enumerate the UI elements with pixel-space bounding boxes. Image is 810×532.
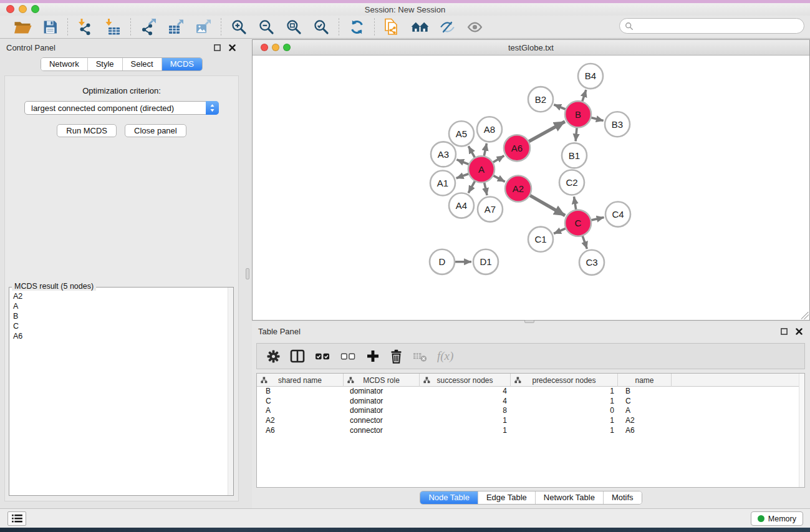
table-cell[interactable]: 1	[511, 387, 618, 397]
node-D[interactable]: D	[430, 249, 455, 274]
tab-network-table[interactable]: Network Table	[535, 491, 603, 504]
table-row[interactable]: A6connector11A6	[257, 426, 804, 436]
node-A1[interactable]: A1	[430, 170, 455, 195]
column-header-predecessor-nodes[interactable]: predecessor nodes	[511, 374, 618, 387]
refresh-view-button[interactable]	[345, 17, 368, 36]
table-cell[interactable]: dominator	[344, 406, 420, 416]
splitter-handle[interactable]	[524, 320, 534, 323]
node-A5[interactable]: A5	[449, 121, 474, 146]
zoom-fit-button[interactable]	[282, 17, 305, 36]
tab-edge-table[interactable]: Edge Table	[478, 491, 535, 504]
tab-mcds[interactable]: MCDS	[162, 58, 202, 70]
table-row[interactable]: Cdominator41C	[257, 397, 804, 407]
node-A2[interactable]: A2	[505, 175, 531, 201]
table-cell[interactable]: 8	[420, 406, 511, 416]
export-table-button[interactable]	[165, 17, 187, 36]
node-A3[interactable]: A3	[431, 142, 456, 167]
panel-splitter-horizontal[interactable]	[252, 321, 810, 322]
tab-network[interactable]: Network	[41, 58, 87, 70]
float-panel-button[interactable]	[212, 44, 222, 52]
task-history-button[interactable]	[7, 511, 26, 526]
table-scrollbar[interactable]	[799, 374, 804, 487]
result-list-item[interactable]: B	[10, 311, 233, 321]
table-cell[interactable]: dominator	[344, 397, 420, 407]
table-cell[interactable]: 1	[420, 416, 511, 426]
table-cell[interactable]: dominator	[344, 387, 420, 397]
float-panel-button[interactable]	[779, 327, 789, 336]
result-list-item[interactable]: C	[10, 321, 233, 331]
hide-selected-button[interactable]	[436, 17, 458, 36]
column-header-name[interactable]: name	[618, 374, 672, 387]
node-C4[interactable]: C4	[605, 202, 630, 227]
node-B[interactable]: B	[565, 101, 591, 127]
table-cell[interactable]: C	[257, 397, 344, 407]
table-row[interactable]: Bdominator41B	[257, 387, 804, 397]
export-network-button[interactable]	[137, 17, 160, 36]
table-cell[interactable]: A2	[257, 416, 344, 426]
memory-button[interactable]: Memory	[751, 511, 803, 526]
tab-node-table[interactable]: Node Table	[420, 491, 478, 504]
import-network-button[interactable]	[74, 17, 97, 36]
table-cell[interactable]: 0	[511, 406, 618, 416]
tab-style[interactable]: Style	[87, 58, 122, 70]
clone-network-button[interactable]	[381, 17, 403, 36]
node-A8[interactable]: A8	[477, 117, 502, 142]
column-header-mcds-role[interactable]: MCDS role	[344, 374, 420, 387]
close-panel-button[interactable]	[794, 327, 804, 336]
result-list-item[interactable]: A6	[10, 331, 233, 341]
result-list-item[interactable]: A2	[10, 291, 233, 301]
table-cell[interactable]: 1	[511, 397, 618, 407]
tab-select[interactable]: Select	[122, 58, 162, 70]
node-C3[interactable]: C3	[579, 250, 604, 275]
zoom-in-button[interactable]	[228, 17, 250, 36]
node-A4[interactable]: A4	[449, 193, 474, 218]
close-panel-action-button[interactable]: Close panel	[125, 124, 186, 137]
node-C1[interactable]: C1	[528, 227, 553, 252]
result-list-item[interactable]: A	[10, 301, 233, 311]
export-image-button[interactable]	[192, 17, 215, 36]
network-canvas[interactable]: B4B2BB3A5A8A6B1A3AC2A1A2A4A7C4CC1C3DD1	[253, 56, 809, 320]
table-cell[interactable]: A2	[618, 416, 672, 426]
search-input[interactable]	[637, 20, 804, 32]
save-session-button[interactable]	[39, 17, 61, 36]
delete-column-button[interactable]	[390, 349, 403, 364]
table-cell[interactable]: 1	[511, 426, 618, 436]
search-box[interactable]	[619, 18, 804, 34]
table-cell[interactable]: B	[257, 387, 344, 397]
panel-splitter-vertical[interactable]	[243, 39, 252, 508]
open-file-button[interactable]	[11, 17, 34, 36]
splitter-handle[interactable]	[246, 268, 249, 279]
node-B1[interactable]: B1	[562, 143, 587, 168]
node-C[interactable]: C	[565, 210, 591, 236]
table-cell[interactable]: C	[618, 397, 672, 407]
table-cell[interactable]: 1	[420, 426, 511, 436]
split-column-button[interactable]	[290, 349, 305, 363]
node-B3[interactable]: B3	[605, 112, 630, 137]
table-cell[interactable]: A	[257, 406, 344, 416]
table-row[interactable]: Adominator80A	[257, 406, 804, 416]
table-cell[interactable]: A	[618, 406, 672, 416]
window-resize-grip[interactable]	[801, 312, 809, 319]
table-cell[interactable]: A6	[257, 426, 344, 436]
node-B2[interactable]: B2	[528, 87, 553, 112]
tab-motifs[interactable]: Motifs	[603, 491, 642, 504]
deselect-all-button[interactable]	[340, 350, 356, 363]
table-cell[interactable]: 4	[420, 387, 511, 397]
column-header-shared-name[interactable]: shared name	[257, 374, 344, 387]
zoom-selected-button[interactable]	[310, 17, 332, 36]
node-D1[interactable]: D1	[473, 249, 498, 274]
show-all-button[interactable]	[463, 17, 486, 36]
table-cell[interactable]: 4	[420, 397, 511, 407]
node-A[interactable]: A	[468, 156, 494, 182]
node-A7[interactable]: A7	[478, 197, 503, 222]
table-cell[interactable]: connector	[344, 416, 420, 426]
column-header-successor-nodes[interactable]: successor nodes	[420, 374, 511, 387]
select-all-button[interactable]	[315, 350, 330, 363]
table-cell[interactable]: 1	[511, 416, 618, 426]
result-list-scrollbar[interactable]	[228, 288, 233, 495]
node-A6[interactable]: A6	[504, 135, 530, 161]
home-view-button[interactable]	[408, 17, 431, 36]
table-cell[interactable]: A6	[618, 426, 672, 436]
node-C2[interactable]: C2	[559, 170, 584, 195]
settings-gear-button[interactable]	[267, 350, 280, 363]
